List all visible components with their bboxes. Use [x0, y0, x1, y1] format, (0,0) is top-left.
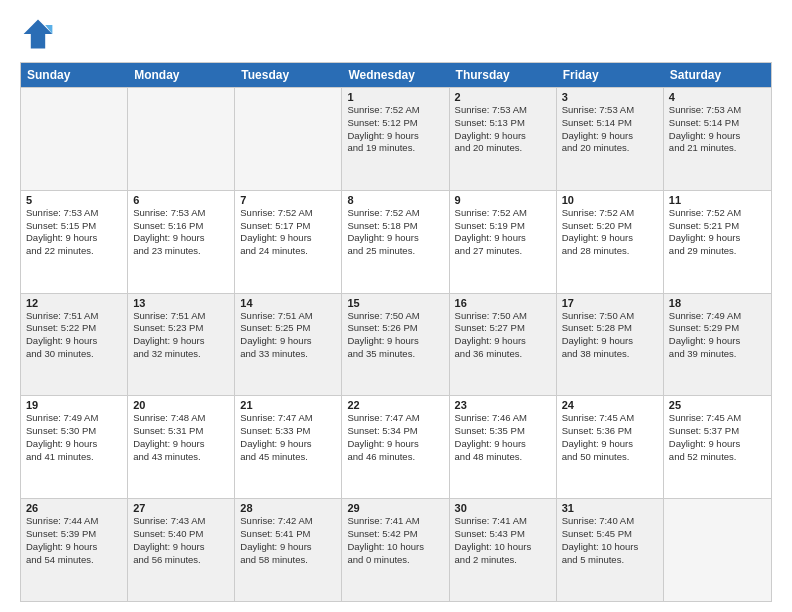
calendar-cell: 25Sunrise: 7:45 AM Sunset: 5:37 PM Dayli… — [664, 396, 771, 498]
calendar-cell: 27Sunrise: 7:43 AM Sunset: 5:40 PM Dayli… — [128, 499, 235, 601]
day-number: 18 — [669, 297, 766, 309]
day-number: 16 — [455, 297, 551, 309]
calendar-cell: 13Sunrise: 7:51 AM Sunset: 5:23 PM Dayli… — [128, 294, 235, 396]
calendar-cell — [128, 88, 235, 190]
calendar-row: 26Sunrise: 7:44 AM Sunset: 5:39 PM Dayli… — [21, 498, 771, 601]
cell-content: Sunrise: 7:41 AM Sunset: 5:42 PM Dayligh… — [347, 515, 443, 566]
cell-content: Sunrise: 7:52 AM Sunset: 5:17 PM Dayligh… — [240, 207, 336, 258]
calendar-body: 1Sunrise: 7:52 AM Sunset: 5:12 PM Daylig… — [21, 87, 771, 601]
calendar-cell: 23Sunrise: 7:46 AM Sunset: 5:35 PM Dayli… — [450, 396, 557, 498]
calendar-cell: 15Sunrise: 7:50 AM Sunset: 5:26 PM Dayli… — [342, 294, 449, 396]
weekday-header: Saturday — [664, 63, 771, 87]
cell-content: Sunrise: 7:52 AM Sunset: 5:20 PM Dayligh… — [562, 207, 658, 258]
weekday-header: Sunday — [21, 63, 128, 87]
day-number: 21 — [240, 399, 336, 411]
day-number: 26 — [26, 502, 122, 514]
day-number: 7 — [240, 194, 336, 206]
day-number: 4 — [669, 91, 766, 103]
weekday-header: Wednesday — [342, 63, 449, 87]
weekday-header: Friday — [557, 63, 664, 87]
weekday-header: Tuesday — [235, 63, 342, 87]
cell-content: Sunrise: 7:47 AM Sunset: 5:34 PM Dayligh… — [347, 412, 443, 463]
cell-content: Sunrise: 7:44 AM Sunset: 5:39 PM Dayligh… — [26, 515, 122, 566]
cell-content: Sunrise: 7:48 AM Sunset: 5:31 PM Dayligh… — [133, 412, 229, 463]
day-number: 1 — [347, 91, 443, 103]
calendar-cell: 7Sunrise: 7:52 AM Sunset: 5:17 PM Daylig… — [235, 191, 342, 293]
cell-content: Sunrise: 7:52 AM Sunset: 5:12 PM Dayligh… — [347, 104, 443, 155]
day-number: 17 — [562, 297, 658, 309]
day-number: 5 — [26, 194, 122, 206]
cell-content: Sunrise: 7:49 AM Sunset: 5:29 PM Dayligh… — [669, 310, 766, 361]
calendar-row: 5Sunrise: 7:53 AM Sunset: 5:15 PM Daylig… — [21, 190, 771, 293]
calendar-cell: 3Sunrise: 7:53 AM Sunset: 5:14 PM Daylig… — [557, 88, 664, 190]
calendar-cell: 24Sunrise: 7:45 AM Sunset: 5:36 PM Dayli… — [557, 396, 664, 498]
cell-content: Sunrise: 7:53 AM Sunset: 5:16 PM Dayligh… — [133, 207, 229, 258]
cell-content: Sunrise: 7:45 AM Sunset: 5:37 PM Dayligh… — [669, 412, 766, 463]
calendar-cell: 28Sunrise: 7:42 AM Sunset: 5:41 PM Dayli… — [235, 499, 342, 601]
cell-content: Sunrise: 7:53 AM Sunset: 5:14 PM Dayligh… — [562, 104, 658, 155]
cell-content: Sunrise: 7:51 AM Sunset: 5:23 PM Dayligh… — [133, 310, 229, 361]
day-number: 13 — [133, 297, 229, 309]
cell-content: Sunrise: 7:43 AM Sunset: 5:40 PM Dayligh… — [133, 515, 229, 566]
calendar-cell: 5Sunrise: 7:53 AM Sunset: 5:15 PM Daylig… — [21, 191, 128, 293]
day-number: 9 — [455, 194, 551, 206]
calendar-cell: 19Sunrise: 7:49 AM Sunset: 5:30 PM Dayli… — [21, 396, 128, 498]
calendar-cell: 17Sunrise: 7:50 AM Sunset: 5:28 PM Dayli… — [557, 294, 664, 396]
day-number: 24 — [562, 399, 658, 411]
calendar-cell: 21Sunrise: 7:47 AM Sunset: 5:33 PM Dayli… — [235, 396, 342, 498]
day-number: 2 — [455, 91, 551, 103]
day-number: 30 — [455, 502, 551, 514]
calendar-cell — [664, 499, 771, 601]
day-number: 31 — [562, 502, 658, 514]
cell-content: Sunrise: 7:40 AM Sunset: 5:45 PM Dayligh… — [562, 515, 658, 566]
calendar-cell: 10Sunrise: 7:52 AM Sunset: 5:20 PM Dayli… — [557, 191, 664, 293]
cell-content: Sunrise: 7:41 AM Sunset: 5:43 PM Dayligh… — [455, 515, 551, 566]
cell-content: Sunrise: 7:53 AM Sunset: 5:13 PM Dayligh… — [455, 104, 551, 155]
cell-content: Sunrise: 7:46 AM Sunset: 5:35 PM Dayligh… — [455, 412, 551, 463]
calendar-cell: 22Sunrise: 7:47 AM Sunset: 5:34 PM Dayli… — [342, 396, 449, 498]
cell-content: Sunrise: 7:52 AM Sunset: 5:18 PM Dayligh… — [347, 207, 443, 258]
calendar-cell: 12Sunrise: 7:51 AM Sunset: 5:22 PM Dayli… — [21, 294, 128, 396]
calendar-cell: 9Sunrise: 7:52 AM Sunset: 5:19 PM Daylig… — [450, 191, 557, 293]
calendar-cell: 8Sunrise: 7:52 AM Sunset: 5:18 PM Daylig… — [342, 191, 449, 293]
day-number: 6 — [133, 194, 229, 206]
cell-content: Sunrise: 7:50 AM Sunset: 5:26 PM Dayligh… — [347, 310, 443, 361]
cell-content: Sunrise: 7:49 AM Sunset: 5:30 PM Dayligh… — [26, 412, 122, 463]
cell-content: Sunrise: 7:52 AM Sunset: 5:19 PM Dayligh… — [455, 207, 551, 258]
calendar-cell: 11Sunrise: 7:52 AM Sunset: 5:21 PM Dayli… — [664, 191, 771, 293]
calendar-header: SundayMondayTuesdayWednesdayThursdayFrid… — [21, 63, 771, 87]
calendar: SundayMondayTuesdayWednesdayThursdayFrid… — [20, 62, 772, 602]
calendar-cell: 18Sunrise: 7:49 AM Sunset: 5:29 PM Dayli… — [664, 294, 771, 396]
calendar-cell: 14Sunrise: 7:51 AM Sunset: 5:25 PM Dayli… — [235, 294, 342, 396]
cell-content: Sunrise: 7:45 AM Sunset: 5:36 PM Dayligh… — [562, 412, 658, 463]
cell-content: Sunrise: 7:52 AM Sunset: 5:21 PM Dayligh… — [669, 207, 766, 258]
calendar-cell: 30Sunrise: 7:41 AM Sunset: 5:43 PM Dayli… — [450, 499, 557, 601]
cell-content: Sunrise: 7:53 AM Sunset: 5:15 PM Dayligh… — [26, 207, 122, 258]
calendar-row: 19Sunrise: 7:49 AM Sunset: 5:30 PM Dayli… — [21, 395, 771, 498]
day-number: 19 — [26, 399, 122, 411]
weekday-header: Monday — [128, 63, 235, 87]
day-number: 3 — [562, 91, 658, 103]
cell-content: Sunrise: 7:47 AM Sunset: 5:33 PM Dayligh… — [240, 412, 336, 463]
cell-content: Sunrise: 7:50 AM Sunset: 5:28 PM Dayligh… — [562, 310, 658, 361]
day-number: 25 — [669, 399, 766, 411]
day-number: 27 — [133, 502, 229, 514]
calendar-cell — [235, 88, 342, 190]
calendar-row: 12Sunrise: 7:51 AM Sunset: 5:22 PM Dayli… — [21, 293, 771, 396]
day-number: 15 — [347, 297, 443, 309]
cell-content: Sunrise: 7:42 AM Sunset: 5:41 PM Dayligh… — [240, 515, 336, 566]
day-number: 20 — [133, 399, 229, 411]
logo — [20, 16, 58, 52]
calendar-cell — [21, 88, 128, 190]
calendar-cell: 16Sunrise: 7:50 AM Sunset: 5:27 PM Dayli… — [450, 294, 557, 396]
calendar-cell: 29Sunrise: 7:41 AM Sunset: 5:42 PM Dayli… — [342, 499, 449, 601]
calendar-cell: 20Sunrise: 7:48 AM Sunset: 5:31 PM Dayli… — [128, 396, 235, 498]
svg-marker-0 — [24, 20, 53, 49]
day-number: 11 — [669, 194, 766, 206]
calendar-cell: 26Sunrise: 7:44 AM Sunset: 5:39 PM Dayli… — [21, 499, 128, 601]
calendar-cell: 4Sunrise: 7:53 AM Sunset: 5:14 PM Daylig… — [664, 88, 771, 190]
day-number: 12 — [26, 297, 122, 309]
day-number: 10 — [562, 194, 658, 206]
day-number: 28 — [240, 502, 336, 514]
cell-content: Sunrise: 7:53 AM Sunset: 5:14 PM Dayligh… — [669, 104, 766, 155]
